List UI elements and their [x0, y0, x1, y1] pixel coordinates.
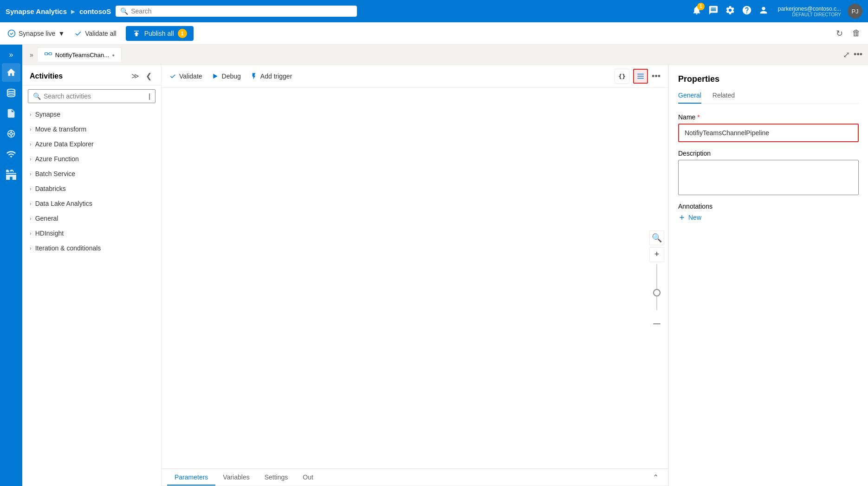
app-brand: Synapse Analytics ► contosoS: [6, 7, 111, 15]
tab-bar: » NotifiyTeamsChan... ● ⤢ •••: [22, 45, 868, 65]
bottom-tabs: Parameters Variables Settings Out ⌃ New: [162, 468, 668, 486]
search-input[interactable]: [131, 7, 352, 15]
properties-panel-button[interactable]: [633, 69, 648, 84]
properties-title: Properties: [678, 74, 859, 84]
search-activities-icon: 🔍: [33, 92, 41, 100]
required-indicator: *: [697, 113, 700, 121]
activity-group-item[interactable]: ›General: [22, 211, 161, 226]
sidebar-item-integrate[interactable]: [2, 125, 20, 143]
name-input[interactable]: [680, 125, 857, 140]
zoom-separator: [653, 323, 661, 324]
delete-button[interactable]: 🗑: [852, 28, 861, 38]
activity-group-item[interactable]: ›Synapse: [22, 107, 161, 122]
sidebar-item-monitor[interactable]: [2, 145, 20, 164]
annotations-label: Annotations: [678, 203, 859, 210]
notification-badge: 1: [697, 3, 705, 10]
activity-group-item[interactable]: ›Databricks: [22, 181, 161, 196]
pipeline-canvas: Validate Debug Add trigger {}: [162, 65, 668, 486]
tab-output[interactable]: Out: [295, 470, 321, 486]
tab-label: NotifiyTeamsChan...: [55, 52, 109, 59]
avatar[interactable]: PJ: [848, 4, 862, 19]
search-bar[interactable]: 🔍: [116, 6, 357, 17]
pipeline-tab[interactable]: NotifiyTeamsChan... ●: [37, 47, 122, 62]
activity-group-item[interactable]: ›HDInsight: [22, 226, 161, 241]
name-field-wrapper: [678, 124, 859, 142]
debug-button[interactable]: Debug: [212, 72, 241, 80]
svg-point-3: [10, 132, 13, 135]
synapse-live-selector[interactable]: Synapse live ▼: [7, 29, 65, 38]
publish-badge: 1: [178, 29, 187, 38]
svg-point-1: [7, 89, 15, 92]
svg-rect-9: [49, 53, 52, 55]
activities-collapse-icon[interactable]: ≫: [130, 71, 141, 81]
name-field-label: Name *: [678, 113, 859, 121]
search-activities-input[interactable]: [44, 92, 146, 100]
search-activities-container[interactable]: 🔍 |: [28, 89, 155, 103]
properties-panel: Properties General Related Name * Descri…: [668, 65, 868, 486]
tab-modified-dot: ●: [112, 53, 115, 58]
prop-tab-related[interactable]: Related: [713, 92, 735, 104]
svg-rect-8: [45, 53, 47, 55]
activities-panel: Activities ≫ ❮ 🔍 | ›Synapse›Move & trans…: [22, 65, 162, 486]
tab-more-button[interactable]: •••: [854, 50, 862, 59]
add-trigger-button[interactable]: Add trigger: [250, 72, 292, 80]
sidebar-item-manage[interactable]: [2, 165, 20, 184]
sidebar-item-home[interactable]: [2, 63, 20, 82]
svg-point-0: [8, 30, 15, 37]
prop-tab-general[interactable]: General: [678, 92, 701, 104]
zoom-slider[interactable]: [656, 264, 657, 320]
collapse-sidebar-button[interactable]: »: [2, 48, 20, 61]
refresh-button[interactable]: ↻: [836, 28, 843, 39]
bottom-tabs-collapse[interactable]: ⌃: [649, 469, 662, 486]
svg-rect-13: [637, 76, 644, 77]
activity-group-item[interactable]: ›Azure Data Explorer: [22, 137, 161, 151]
sidebar-item-data[interactable]: [2, 84, 20, 102]
settings-icon[interactable]: [725, 5, 735, 18]
expand-tabs-button[interactable]: »: [28, 49, 35, 60]
activity-group-item[interactable]: ›Data Lake Analytics: [22, 196, 161, 211]
activities-collapse-left-icon[interactable]: ❮: [144, 71, 154, 81]
publish-all-button[interactable]: Publish all 1: [126, 26, 194, 41]
feedback-icon[interactable]: [708, 5, 719, 18]
user-section: parkerjones@contoso.c... DEFAULT DIRECTO…: [778, 6, 841, 17]
help-icon[interactable]: [742, 5, 752, 18]
add-annotation-button[interactable]: New: [678, 214, 859, 221]
code-view-button[interactable]: {}: [615, 69, 629, 84]
sidebar-icons: »: [0, 45, 22, 486]
properties-tabs: General Related: [678, 92, 859, 104]
canvas-toolbar: Validate Debug Add trigger {}: [162, 65, 668, 88]
activity-group-item[interactable]: ›Azure Function: [22, 151, 161, 166]
svg-rect-12: [637, 74, 644, 75]
cursor-indicator: |: [149, 92, 150, 100]
bottom-tab-bar: Parameters Variables Settings Out ⌃: [162, 469, 668, 486]
zoom-search-button[interactable]: 🔍: [649, 230, 664, 245]
activity-group-item[interactable]: ›Iteration & conditionals: [22, 241, 161, 256]
validate-all-button[interactable]: Validate all: [74, 29, 116, 38]
tab-expand-button[interactable]: ⤢: [843, 50, 850, 60]
notification-icon[interactable]: 1: [692, 5, 702, 18]
canvas-content: 🔍 +: [162, 88, 668, 468]
activities-header: Activities ≫ ❮: [22, 65, 161, 85]
activity-group-item[interactable]: ›Batch Service: [22, 166, 161, 181]
activity-groups: ›Synapse›Move & transform›Azure Data Exp…: [22, 107, 161, 256]
activity-group-item[interactable]: ›Move & transform: [22, 122, 161, 137]
tab-variables[interactable]: Variables: [215, 470, 257, 486]
zoom-in-button[interactable]: +: [649, 247, 664, 262]
zoom-panel: 🔍 +: [649, 230, 664, 326]
profile-icon[interactable]: [758, 5, 769, 18]
svg-marker-11: [213, 74, 217, 79]
tab-settings[interactable]: Settings: [257, 470, 296, 486]
canvas-more-button[interactable]: •••: [652, 72, 661, 81]
svg-rect-14: [637, 78, 644, 79]
description-textarea[interactable]: [678, 160, 859, 195]
tab-parameters[interactable]: Parameters: [167, 470, 215, 486]
main-toolbar: Synapse live ▼ Validate all Publish all …: [0, 22, 868, 45]
validate-button[interactable]: Validate: [169, 72, 202, 80]
search-icon: 🔍: [120, 7, 128, 15]
description-label: Description: [678, 150, 859, 157]
sidebar-item-develop[interactable]: [2, 104, 20, 123]
activities-title: Activities: [30, 72, 130, 80]
